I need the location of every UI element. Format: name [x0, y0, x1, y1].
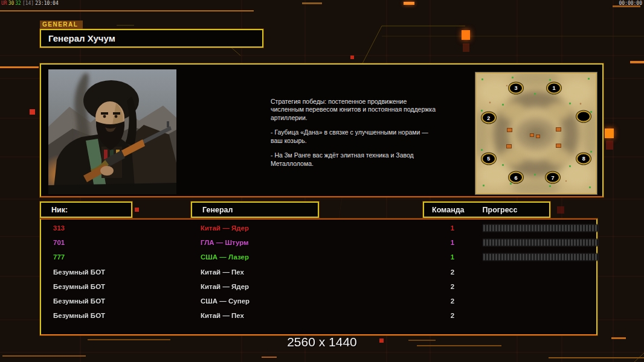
header-nick: Ник:: [40, 202, 132, 218]
decor-dash: [549, 357, 644, 358]
player-nick: 701: [53, 239, 65, 246]
player-nick: 777: [53, 253, 65, 261]
map-tree-dot: [569, 103, 571, 104]
map-tree-dot: [481, 110, 483, 112]
decor-dash: [2, 355, 86, 357]
player-general: ГЛА — Штурм: [201, 239, 249, 246]
map-start-spot[interactable]: 6: [509, 172, 523, 183]
header-nick-label: Ник:: [41, 206, 68, 214]
decor-dash: [262, 357, 277, 358]
player-row: Безумный БОТ Китай — Пех 2: [41, 308, 596, 323]
debug-segment: UR: [1, 1, 7, 6]
general-name: Генерал Хучум: [41, 33, 115, 43]
briefing-paragraph: - Гаубица «Дана» в связке с улучшенными …: [271, 129, 439, 145]
map-preview: 3 1 2 5 8 6 7: [475, 72, 597, 194]
map-start-spot[interactable]: 3: [509, 82, 523, 94]
player-row: 701 ГЛА — Штурм 1: [41, 235, 596, 250]
decor-dash: [404, 2, 414, 5]
player-team: 1: [443, 239, 462, 246]
header-team-progress: Команда Прогресс: [423, 202, 550, 218]
player-nick: Безумный БОТ: [53, 283, 105, 290]
map-tree-dot: [512, 77, 514, 78]
player-general: Китай — Пех: [201, 312, 244, 319]
map-supply-marker: [556, 127, 561, 132]
player-general: Китай — Пех: [201, 268, 244, 276]
player-nick: Безумный БОТ: [53, 297, 105, 305]
player-team: 1: [443, 224, 462, 232]
player-nick: Безумный БОТ: [53, 268, 105, 276]
map-tree-dot: [589, 186, 591, 188]
map-start-spot[interactable]: [576, 111, 591, 122]
debug-segment: [14]: [22, 1, 34, 6]
players-panel: 313 Китай — Ядер 1 701 ГЛА — Штурм 1 777…: [40, 218, 597, 335]
map-supply-marker: [507, 128, 512, 132]
debug-segment: 23:10:04: [35, 1, 59, 6]
decor-glow-square: [605, 129, 614, 138]
general-info-panel: Стратегия победы: постепенное продвижени…: [40, 63, 604, 197]
general-title-box: Генерал Хучум: [40, 29, 263, 48]
map-supply-marker: [536, 135, 540, 138]
match-timer: 00:00:00: [619, 1, 642, 6]
decor-dash: [630, 61, 644, 63]
debug-segment: 32: [15, 1, 21, 6]
map-supply-marker: [556, 144, 561, 148]
map-tree-dot: [481, 78, 483, 80]
map-tree-dot: [483, 185, 485, 186]
map-tree-dot: [502, 164, 504, 166]
debug-overlay: UR3032[14]23:10:04: [1, 1, 60, 6]
player-team: 2: [443, 268, 462, 276]
map-start-spot[interactable]: 5: [481, 153, 496, 164]
briefing-paragraph: Стратегия победы: постепенное продвижени…: [271, 98, 439, 122]
header-progress-label: Прогресс: [465, 206, 518, 214]
decor-dash: [0, 66, 39, 68]
player-team: 2: [443, 283, 462, 290]
map-tree-dot: [569, 165, 571, 167]
player-general: США — Супер: [201, 297, 250, 305]
general-portrait: [48, 69, 176, 194]
player-row: 777 США — Лазер 1: [41, 250, 596, 264]
decor-red-square: [350, 56, 354, 59]
player-row: 313 Китай — Ядер 1: [41, 221, 596, 235]
map-tree-dot: [549, 79, 551, 81]
briefing-paragraph: - На 3м Ранге вас ждёт элитная техника и…: [271, 151, 439, 168]
header-general: Генерал: [191, 202, 319, 218]
player-general: США — Лазер: [201, 253, 249, 261]
decor-glow-square: [463, 43, 469, 52]
map-tree-dot: [588, 78, 590, 80]
player-team: 2: [443, 312, 462, 319]
map-supply-marker: [506, 144, 512, 148]
map-tree-dot: [481, 149, 483, 151]
decor-dash: [302, 2, 322, 4]
general-tab-label: GENERAL: [40, 21, 83, 30]
player-row: Безумный БОТ Китай — Ядер 2: [41, 279, 596, 294]
decor-red-square: [30, 109, 35, 115]
decor-red-square: [557, 206, 564, 214]
map-tree-dot: [549, 185, 551, 187]
map-start-spot[interactable]: 7: [546, 172, 560, 183]
map-start-spot[interactable]: 2: [481, 112, 496, 124]
load-progress-bar: [483, 239, 599, 247]
header-general-label: Генерал: [192, 206, 233, 214]
decor-dash: [0, 10, 254, 11]
map-tree-dot: [534, 93, 536, 95]
map-tree-dot: [590, 111, 592, 113]
load-progress-bar: [483, 253, 599, 261]
map-tree-dot: [502, 104, 504, 106]
strategy-briefing: Стратегия победы: постепенное продвижени…: [271, 98, 439, 174]
player-general: Китай — Ядер: [201, 283, 249, 290]
decor-glow-square: [606, 141, 613, 150]
player-team: 1: [443, 253, 462, 261]
player-team: 2: [443, 297, 462, 305]
player-row: Безумный БОТ Китай — Пех 2: [41, 265, 596, 279]
map-start-spot[interactable]: 8: [576, 153, 591, 164]
resolution-label: 2560 x 1440: [0, 335, 644, 349]
debug-segment: 30: [8, 1, 14, 6]
map-tree-dot: [534, 174, 536, 176]
map-tree-dot: [590, 151, 592, 153]
player-row: Безумный БОТ США — Супер 2: [41, 294, 596, 308]
header-team-label: Команда: [424, 206, 465, 214]
player-nick: 313: [53, 224, 65, 232]
loading-screen: UR3032[14]23:10:04 00:00:00 GENERAL Гене…: [0, 0, 644, 362]
load-progress-bar: [483, 224, 599, 232]
map-start-spot[interactable]: 1: [547, 82, 561, 94]
